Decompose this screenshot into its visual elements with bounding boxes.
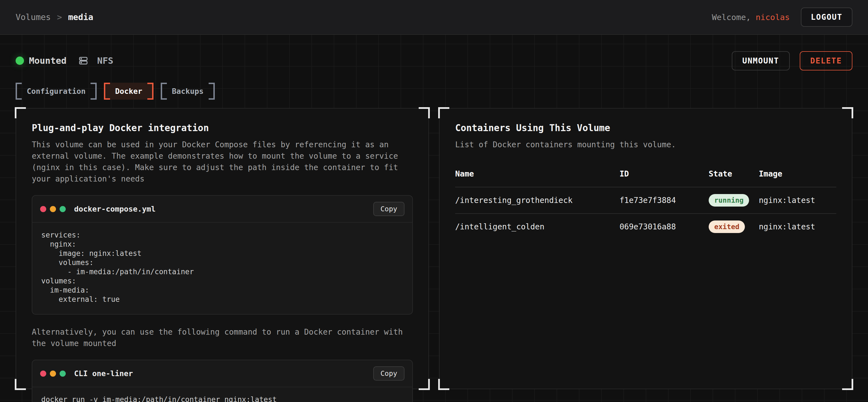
breadcrumb-current-volume: media [68, 12, 93, 22]
table-row: /intelligent_colden 069e73016a88 exited … [455, 213, 836, 240]
window-dot-green-icon [60, 371, 66, 377]
tab-bar: Configuration Docker Backups [16, 83, 852, 100]
tab-docker[interactable]: Docker [104, 83, 154, 100]
corner-bracket [419, 379, 430, 390]
delete-button[interactable]: DELETE [800, 51, 852, 70]
window-dot-amber-icon [50, 371, 56, 377]
corner-bracket [842, 379, 853, 390]
window-dot-green-icon [60, 206, 66, 212]
mounted-status-label: Mounted [29, 56, 67, 66]
cli-code-block: CLI one-liner Copy docker run -v im-medi… [32, 360, 413, 402]
cli-intro-text: Alternatively, you can use the following… [32, 326, 413, 349]
cli-filename: CLI one-liner [74, 369, 373, 378]
containers-panel-title: Containers Using This Volume [455, 123, 836, 133]
docker-panel-title: Plug-and-play Docker integration [32, 123, 413, 133]
breadcrumb: Volumes > media [16, 12, 93, 22]
mounted-status-dot [16, 57, 24, 65]
corner-bracket [15, 107, 26, 118]
compose-code-block: docker-compose.yml Copy services: nginx:… [32, 195, 413, 314]
container-name: /interesting_grothendieck [455, 196, 620, 205]
corner-bracket [15, 379, 26, 390]
window-dot-amber-icon [50, 206, 56, 212]
copy-compose-button[interactable]: Copy [373, 202, 404, 216]
container-id: 069e73016a88 [620, 222, 709, 231]
state-badge-exited: exited [709, 221, 745, 233]
compose-code-content: services: nginx: image: nginx:latest vol… [32, 223, 412, 314]
docker-panel-description: This volume can be used in your Docker C… [32, 139, 413, 185]
nfs-server-icon [78, 56, 88, 66]
welcome-text: Welcome, nicolas [712, 12, 789, 22]
copy-cli-button[interactable]: Copy [373, 366, 404, 380]
docker-integration-panel: Plug-and-play Docker integration This vo… [16, 108, 429, 389]
cli-code-content: docker run -v im-media:/path/in/containe… [32, 387, 412, 402]
breadcrumb-separator: > [57, 12, 62, 22]
window-dots [40, 206, 66, 212]
cli-code-header: CLI one-liner Copy [32, 360, 412, 387]
column-header-state: State [709, 169, 759, 178]
breadcrumb-volumes-link[interactable]: Volumes [16, 12, 51, 22]
driver-type-label: NFS [97, 56, 113, 66]
containers-panel: Containers Using This Volume List of Doc… [439, 108, 852, 389]
tab-configuration[interactable]: Configuration [16, 83, 97, 100]
corner-bracket [419, 107, 430, 118]
table-row: /interesting_grothendieck f1e73e7f3884 r… [455, 187, 836, 213]
window-dots [40, 371, 66, 377]
column-header-id: ID [620, 169, 709, 178]
container-name: /intelligent_colden [455, 222, 620, 231]
logout-button[interactable]: LOGOUT [801, 7, 852, 27]
container-id: f1e73e7f3884 [620, 196, 709, 205]
column-header-image: Image [759, 169, 836, 178]
table-header-row: Name ID State Image [455, 165, 836, 187]
volume-status-row: Mounted NFS UNMOUNT DELETE [16, 52, 852, 70]
corner-bracket [842, 107, 853, 118]
containers-panel-subtitle: List of Docker containers mounting this … [455, 139, 836, 150]
column-header-name: Name [455, 169, 620, 178]
container-image: nginx:latest [759, 222, 836, 231]
container-image: nginx:latest [759, 196, 836, 205]
compose-filename: docker-compose.yml [74, 205, 373, 213]
corner-bracket [438, 107, 449, 118]
username: nicolas [756, 12, 790, 22]
window-dot-red-icon [40, 206, 46, 212]
main-content: Mounted NFS UNMOUNT DELETE Configuration… [0, 35, 868, 402]
state-badge-running: running [709, 194, 749, 207]
unmount-button[interactable]: UNMOUNT [732, 51, 790, 70]
compose-code-header: docker-compose.yml Copy [32, 196, 412, 223]
welcome-prefix: Welcome, [712, 12, 755, 22]
containers-table: Name ID State Image /interesting_grothen… [455, 165, 836, 240]
top-bar: Volumes > media Welcome, nicolas LOGOUT [0, 0, 868, 35]
corner-bracket [438, 379, 449, 390]
window-dot-red-icon [40, 371, 46, 377]
tab-backups[interactable]: Backups [161, 83, 215, 100]
